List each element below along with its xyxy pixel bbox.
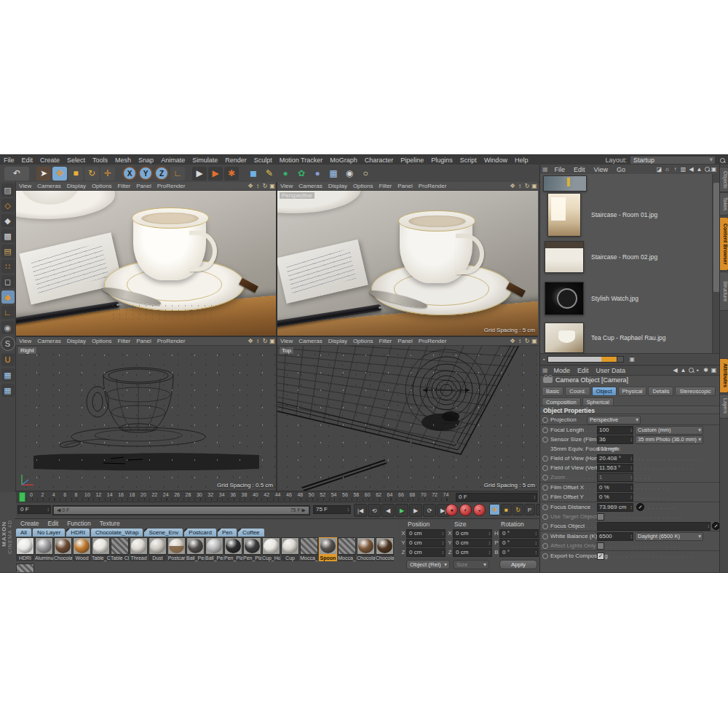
browser-menu-edit[interactable]: Edit <box>569 166 590 173</box>
coord-field-position-z[interactable]: 0 cm <box>406 548 446 557</box>
browser-menu-go[interactable]: Go <box>612 166 630 173</box>
layer-tab-coffee[interactable]: Coffee <box>238 529 264 537</box>
rotate-view-icon[interactable]: ↻ <box>261 183 269 189</box>
lock-workplane-icon[interactable]: ▦ <box>1 384 15 397</box>
rotate-view-icon[interactable]: ↻ <box>261 338 269 344</box>
undo-icon[interactable]: ↶ <box>4 167 29 181</box>
viewport-camera[interactable]: ViewCamerasDisplayOptionsFilterPanelProR… <box>16 182 276 336</box>
attribute-menu-edit[interactable]: Edit <box>574 367 593 374</box>
viewport-menu-options[interactable]: Options <box>350 338 376 344</box>
property-input[interactable]: 36 <box>597 435 633 444</box>
property-toggle-dot[interactable] <box>542 437 548 443</box>
list-item[interactable] <box>540 174 712 190</box>
panel-tab-objects[interactable]: Objects <box>720 167 728 192</box>
property-toggle-dot[interactable] <box>542 534 548 539</box>
timeline-playhead[interactable] <box>19 492 25 502</box>
make-editable-icon[interactable]: ◇ <box>1 199 15 212</box>
property-toggle-dot[interactable] <box>542 417 548 423</box>
panel-tab-content-browser[interactable]: Content Browser <box>720 217 728 271</box>
object-rel-dropdown[interactable]: Object (Rel) <box>406 560 450 569</box>
coord-field-size-y[interactable]: 0 cm <box>453 539 492 547</box>
material-aluminu[interactable]: Aluminu <box>35 537 53 561</box>
thumbnail-size-slider[interactable] <box>547 356 619 363</box>
material-mocca[interactable]: Mocca_ <box>338 537 356 561</box>
key-position-toggle[interactable]: ✥ <box>489 504 500 515</box>
home-icon[interactable]: ⌂ <box>663 166 671 173</box>
menu-mograph[interactable]: MoGraph <box>326 157 361 164</box>
lock-icon[interactable]: ▪ <box>694 367 702 373</box>
menu-select[interactable]: Select <box>63 157 89 164</box>
panel-menu-icon[interactable]: ▦ <box>540 166 550 173</box>
property-toggle-dot[interactable] <box>542 543 548 549</box>
viewport-menu-display[interactable]: Display <box>325 338 350 344</box>
property-dropdown[interactable]: 35 mm Photo (36.0 mm) <box>635 435 703 444</box>
viewport-menu-display[interactable]: Display <box>64 183 89 189</box>
scale-tool-icon[interactable]: ■ <box>68 167 83 181</box>
render-to-picture-viewer-icon[interactable]: ▶ <box>208 167 223 181</box>
tab-details[interactable]: Details <box>648 387 673 396</box>
toggle-view-icon[interactable]: ▣ <box>531 183 538 189</box>
layer-tab-no-layer[interactable]: No Layer <box>33 529 65 537</box>
key-parameter-toggle[interactable]: P <box>524 504 535 515</box>
workplane-icon[interactable]: ▦ <box>1 368 15 381</box>
paint-texture-icon[interactable]: ▨ <box>1 183 15 197</box>
menu-help[interactable]: Help <box>511 157 532 164</box>
record-options-button[interactable]: ◒ <box>473 504 486 516</box>
environment-icon[interactable]: ▦ <box>326 167 341 181</box>
projection-dropdown[interactable]: Perspective <box>587 416 641 424</box>
viewport-menu-cameras[interactable]: Cameras <box>34 183 63 189</box>
dolly-view-icon[interactable]: ↕ <box>254 183 261 189</box>
attribute-menu-user-data[interactable]: User Data <box>593 367 630 374</box>
list-item[interactable]: Tea Cup - Raphael Rau.jpg <box>540 321 712 353</box>
property-input[interactable]: 20.408 ° <box>597 454 633 463</box>
layer-tab-pen[interactable]: Pen <box>218 529 237 537</box>
texture-mode-icon[interactable]: ▩ <box>1 229 15 242</box>
timeline-ruler[interactable]: 0246810121416182022242628303234363840424… <box>16 491 538 502</box>
mograph-icon[interactable]: ✿ <box>294 167 309 181</box>
toggle-view-icon[interactable]: ▣ <box>531 338 538 344</box>
viewport-menu-panel[interactable]: Panel <box>395 338 415 344</box>
render-view-icon[interactable]: ▶ <box>192 167 207 181</box>
property-dropdown[interactable]: Custom (mm) <box>635 426 703 435</box>
forward-icon[interactable]: ▲ <box>679 367 687 373</box>
layout-dropdown[interactable]: Startup <box>630 156 716 165</box>
material-cup[interactable]: Cup <box>281 537 299 561</box>
material-menu-edit[interactable]: Edit <box>44 520 63 527</box>
viewport-menu-panel[interactable]: Panel <box>133 183 154 189</box>
apply-button[interactable]: Apply <box>499 560 537 569</box>
material-menu-create[interactable]: Create <box>16 520 44 527</box>
viewport-menu-panel[interactable]: Panel <box>395 183 415 189</box>
lock-y-axis-icon[interactable]: Y <box>138 166 153 181</box>
toggle-view-icon[interactable]: ▣ <box>269 183 276 189</box>
thumbnail-size-large-icon[interactable]: ▣ <box>629 356 635 363</box>
rotate-view-icon[interactable]: ↻ <box>523 338 531 344</box>
tab-physical[interactable]: Physical <box>618 387 647 396</box>
lock-x-axis-icon[interactable]: X <box>122 166 137 181</box>
up-icon[interactable]: ↑ <box>671 166 679 173</box>
property-input[interactable]: 0 % <box>597 493 633 502</box>
menu-pipeline[interactable]: Pipeline <box>397 157 427 164</box>
rotate-tool-icon[interactable]: ↻ <box>84 167 99 181</box>
viewport-menu-filter[interactable]: Filter <box>114 338 133 344</box>
rotate-view-icon[interactable]: ↻ <box>523 183 531 189</box>
menu-file[interactable]: File <box>0 157 18 164</box>
viewport-menu-cameras[interactable]: Cameras <box>34 338 63 344</box>
material-menu-function[interactable]: Function <box>63 520 95 527</box>
property-input[interactable] <box>597 522 711 531</box>
pan-view-icon[interactable]: ✥ <box>247 338 254 344</box>
layer-tab-postcard[interactable]: Postcard <box>184 529 216 537</box>
next-frame-button[interactable]: ▶ <box>409 504 422 517</box>
list-item[interactable]: Stylish Watch.jpg <box>540 280 712 320</box>
property-toggle-dot[interactable] <box>542 456 548 462</box>
material-table-cl[interactable]: Table Cl <box>111 537 129 561</box>
move-tool-icon[interactable]: ✥ <box>52 167 67 181</box>
thumbnail-toggle-icon[interactable]: ◪ <box>655 166 663 173</box>
current-frame-field[interactable]: 0 F <box>456 493 537 502</box>
property-input[interactable]: 1 <box>597 473 633 482</box>
forward-icon[interactable]: ▲ <box>695 166 703 173</box>
autokeying-button[interactable]: ◐ <box>459 504 472 516</box>
coord-field-rotation-h[interactable]: 0 ° <box>499 529 539 538</box>
panel-tab-attributes[interactable]: Attributes <box>720 358 728 393</box>
list-item[interactable]: Staircase - Room 02.jpg <box>540 240 712 277</box>
toggle-view-icon[interactable]: ▣ <box>269 338 276 344</box>
